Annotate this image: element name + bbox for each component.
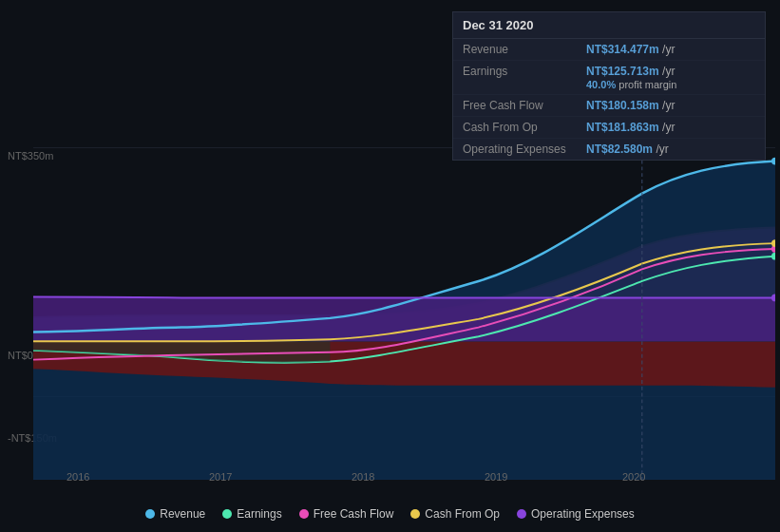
opex-line	[33, 297, 775, 298]
tooltip-value-fcf: NT$180.158m /yr	[586, 99, 675, 112]
legend-item-opex: Operating Expenses	[517, 507, 635, 521]
tooltip-date: Dec 31 2020	[453, 12, 765, 39]
tooltip-label-earnings: Earnings	[463, 65, 586, 78]
legend-dot-fcf	[299, 509, 309, 519]
tooltip-label-opex: Operating Expenses	[463, 142, 586, 156]
tooltip-row-cfo: Cash From Op NT$181.863m /yr	[453, 117, 765, 139]
legend-label-revenue: Revenue	[160, 507, 205, 521]
tooltip-value-revenue: NT$314.477m /yr	[586, 43, 675, 56]
x-label-2018: 2018	[352, 471, 374, 483]
chart-legend: Revenue Earnings Free Cash Flow Cash Fro…	[0, 507, 780, 521]
legend-item-revenue: Revenue	[145, 507, 205, 521]
legend-label-opex: Operating Expenses	[531, 507, 635, 521]
x-label-2020: 2020	[622, 471, 645, 483]
legend-dot-revenue	[145, 509, 155, 519]
x-label-2019: 2019	[485, 471, 507, 483]
tooltip-value-earnings: NT$125.713m /yr	[586, 65, 676, 78]
legend-label-fcf: Free Cash Flow	[314, 507, 394, 521]
tooltip-label-cfo: Cash From Op	[463, 121, 586, 134]
tooltip-value-opex: NT$82.580m /yr	[586, 142, 669, 156]
chart-container	[0, 147, 780, 480]
legend-dot-opex	[517, 509, 526, 519]
tooltip-label-fcf: Free Cash Flow	[463, 99, 586, 112]
tooltip-row-revenue: Revenue NT$314.477m /yr	[453, 39, 765, 61]
tooltip-row-earnings: Earnings NT$125.713m /yr 40.0% profit ma…	[453, 61, 765, 95]
legend-dot-earnings	[222, 509, 232, 519]
legend-item-fcf: Free Cash Flow	[299, 507, 394, 521]
legend-item-earnings: Earnings	[222, 507, 281, 521]
legend-label-cfo: Cash From Op	[425, 507, 500, 521]
tooltip-label-revenue: Revenue	[463, 43, 586, 56]
tooltip-row-opex: Operating Expenses NT$82.580m /yr	[453, 139, 765, 160]
legend-label-earnings: Earnings	[237, 507, 281, 521]
x-label-2017: 2017	[209, 471, 232, 483]
legend-dot-cfo	[410, 509, 420, 519]
tooltip-row-fcf: Free Cash Flow NT$180.158m /yr	[453, 95, 765, 117]
chart-svg	[33, 147, 775, 480]
legend-item-cfo: Cash From Op	[410, 507, 500, 521]
tooltip-value-cfo: NT$181.863m /yr	[586, 121, 675, 134]
tooltip-sub-earnings: 40.0% profit margin	[586, 79, 676, 90]
data-tooltip: Dec 31 2020 Revenue NT$314.477m /yr Earn…	[452, 11, 766, 161]
x-label-2016: 2016	[67, 471, 89, 483]
